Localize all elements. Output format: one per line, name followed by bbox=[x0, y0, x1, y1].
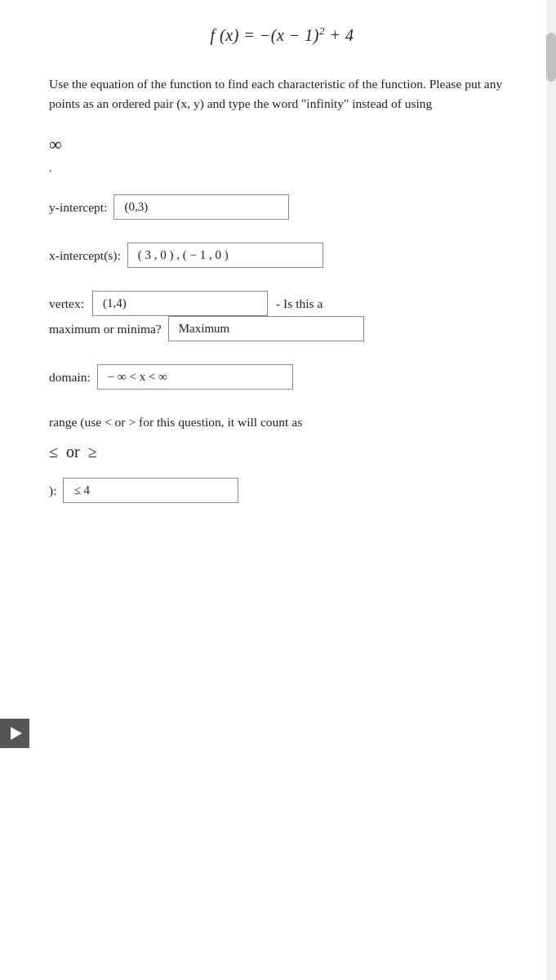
leq-symbol: ≤ bbox=[49, 443, 58, 461]
scrollbar-track bbox=[546, 0, 556, 980]
vertex-label: vertex: bbox=[49, 296, 84, 311]
formula-display: f (x) = −(x − 1)2 + 4 bbox=[49, 24, 515, 45]
x-intercept-input[interactable] bbox=[127, 243, 323, 268]
vertex-maxmin-block: vertex: - Is this a maximum or minima? bbox=[49, 291, 515, 341]
domain-input[interactable] bbox=[97, 364, 293, 390]
page-container: f (x) = −(x − 1)2 + 4 Use the equation o… bbox=[0, 0, 556, 980]
inequality-symbols: ≤ or ≥ bbox=[49, 443, 515, 461]
range-text: range (use < or > for this question, it … bbox=[49, 412, 515, 433]
range-input[interactable] bbox=[63, 478, 238, 503]
formula-text: f (x) = −(x − 1)2 + 4 bbox=[211, 26, 354, 44]
scrollbar-thumb[interactable] bbox=[546, 33, 556, 82]
vertex-row: vertex: - Is this a bbox=[49, 291, 515, 316]
instructions-text: Use the equation of the function to find… bbox=[49, 74, 515, 115]
maxmin-row: maximum or minima? bbox=[49, 316, 515, 341]
maxmin-input[interactable] bbox=[168, 316, 364, 341]
or-text: or bbox=[66, 443, 80, 461]
vertex-input[interactable] bbox=[92, 291, 268, 316]
infinity-symbol: ∞ bbox=[49, 134, 515, 155]
dot-symbol: . bbox=[49, 162, 515, 175]
play-icon bbox=[11, 727, 22, 740]
vertex-inline-text: - Is this a bbox=[276, 296, 322, 311]
paren-label: ): bbox=[49, 483, 56, 498]
instructions-body: Use the equation of the function to find… bbox=[49, 77, 502, 111]
y-intercept-input[interactable] bbox=[113, 194, 289, 220]
geq-symbol: ≥ bbox=[88, 443, 97, 461]
y-intercept-row: y-intercept: bbox=[49, 194, 515, 220]
x-intercept-label: x-intercept(s): bbox=[49, 248, 121, 263]
domain-row: domain: bbox=[49, 364, 515, 390]
domain-label: domain: bbox=[49, 370, 91, 385]
x-intercept-row: x-intercept(s): bbox=[49, 243, 515, 268]
range-label: range (use < or > for this question, it … bbox=[49, 415, 302, 429]
paren-row: ): bbox=[49, 478, 515, 503]
maxmin-label: maximum or minima? bbox=[49, 322, 162, 336]
play-button[interactable] bbox=[0, 719, 29, 748]
y-intercept-label: y-intercept: bbox=[49, 200, 107, 215]
